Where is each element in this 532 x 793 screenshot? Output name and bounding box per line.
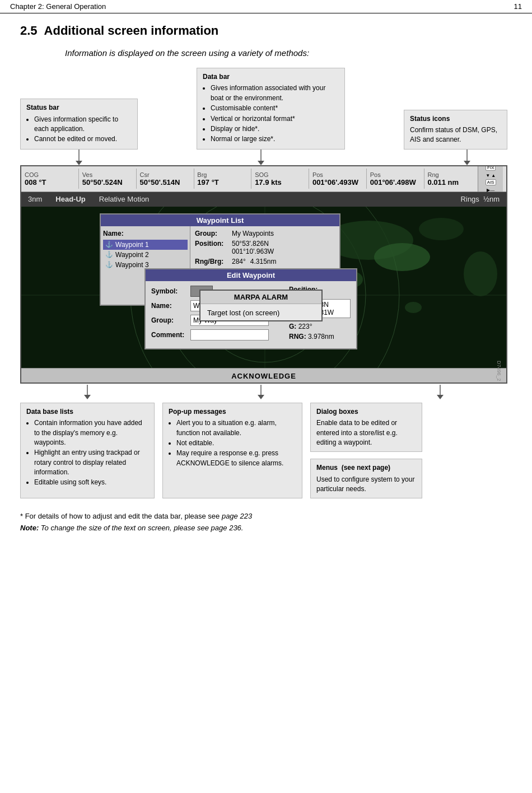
content-area: 2.5 Additional screen information Inform… [0,13,532,545]
marpa-alarm-message: Target lost (on screen) [200,304,321,320]
name-label: Name: [103,230,188,237]
watermark: D7496_2 [496,361,502,381]
ann-box-status-bar: Status bar Gives information specific to… [20,99,138,150]
anchor-icon-3: ⚓ [105,261,113,268]
svg-point-15 [419,218,464,240]
footnote-line2: Note: To change the size of the text on … [20,524,512,532]
anchor-icon-1: ⚓ [105,241,113,248]
wl-rng-val2: 4.315nm [250,258,277,265]
waypoint-list-title: Waypoint List [101,214,339,226]
edit-rng-label: RNG: [289,333,306,340]
popup-messages-title: Pop-up messages [169,407,296,417]
chapter-title: Chapter 2: General Operation [10,2,106,11]
data-bar-item-1: Gives information associated with your b… [211,83,339,103]
motion-mode: Relative Motion [99,195,150,203]
ann-box-popup-messages: Pop-up messages Alert you to a situation… [162,403,302,499]
wl-group-val: My Waypoints [232,230,274,237]
bottom-annotations: Data base lists Contain information you … [20,403,507,499]
page-header: Chapter 2: General Operation 11 [0,0,532,13]
data-bar-pos: Pos 001°06'.493W [312,171,363,186]
dialog-boxes-title: Dialog boxes [316,407,416,417]
svg-marker-5 [464,161,470,165]
menus-title: Menus (see next page) [316,463,416,473]
bottom-arrows-svg [20,384,507,400]
edit-group-label: Group: [151,316,186,324]
popup-item-2: Not editable. [176,439,296,448]
status-bar-title: Status bar [26,103,132,113]
wl-group-label: Group: [195,230,228,237]
range-display: 3nm [28,195,42,203]
page: Chapter 2: General Operation 11 2.5 Addi… [0,0,532,793]
edit-waypoint-title: Edit Waypoint [146,269,356,281]
edit-comment-label: Comment: [151,331,186,339]
data-bar-sog: SOG 17.9 kts [255,171,305,186]
data-bar-rng: Rng 0.011 nm [427,171,478,186]
acknowledge-label: ACKNOWLEDGE [231,372,296,380]
ais-icon: AIS [486,179,496,185]
screen-frame: COG 008 °T Ves 50°50'.524N Csr 50°50'.51… [20,165,507,384]
wl-pos-val1: 50°53'.826N [232,240,274,248]
data-bar-item-3: Vertical or horizontal format* [211,114,339,124]
waypoint-item-1[interactable]: ⚓ Waypoint 1 [103,240,188,250]
radar-display: Waypoint List Name: ⚓ Waypoint 1 ⚓ [21,207,506,384]
ann-box-menus: Menus (see next page) Used to configure … [310,459,422,498]
rings-display: Rings ½nm [461,195,500,203]
ann-box-data-bar: Data bar Gives information associated wi… [197,68,345,150]
svg-point-18 [405,302,422,313]
edit-g-val: 223° [298,323,312,330]
svg-marker-21 [84,395,91,399]
edit-symbol-label: Symbol: [151,287,186,295]
svg-marker-3 [258,161,264,165]
wl-rng-label: Rng/Brg: [195,258,228,265]
menus-text: Used to configure system to your particu… [316,475,416,495]
database-item-1: Contain information you have added to th… [34,418,148,447]
heading-mode: Head-Up [55,195,85,203]
dialog-boxes-text: Enable data to be edited or entered into… [316,418,416,447]
status-icons-title: Status icons [410,114,501,124]
acknowledge-bar[interactable]: ACKNOWLEDGE [21,368,506,384]
status-icons-text: Confirm status of DSM, GPS, AIS and scan… [410,125,501,145]
screen-mode-bar: 3nm Head-Up Relative Motion Rings ½nm [21,192,506,207]
anchor-icon-2: ⚓ [105,251,113,258]
svg-marker-1 [76,161,82,165]
svg-marker-25 [437,395,444,399]
marpa-alarm-title: MARPA ALARM [200,291,321,304]
data-bar-title: Data bar [203,72,339,82]
popup-item-1: Alert you to a situation e.g. alarm, fun… [176,418,296,438]
ann-box-dialog-boxes: Dialog boxes Enable data to be edited or… [310,403,422,453]
data-bar-csr: Csr 50°50'.514N [140,171,190,186]
data-bar-pos2: Pos 001°06'.498W [370,171,421,186]
marpa-alarm-popup: MARPA ALARM Target lost (on screen) [199,290,323,321]
waypoint-item-2[interactable]: ⚓ Waypoint 2 [103,250,188,260]
section-title: Additional screen information [44,24,219,38]
edit-rng-val: 3.978nm [308,333,334,340]
ann-box-database-lists: Data base lists Contain information you … [20,403,155,499]
section-number: 2.5 [20,24,38,38]
data-bar-item-2: Customisable content* [211,104,339,113]
svg-point-14 [374,243,430,271]
database-item-3: Editable using soft keys. [34,478,148,487]
footnote-line1: * For details of how to adjust and edit … [20,512,512,520]
footnote: * For details of how to adjust and edit … [20,512,512,532]
diagram-area: Status bar Gives information specific to… [20,68,507,498]
section-subtitle: Information is displayed on the screen u… [65,48,512,58]
status-bar-item-2: Cannot be edited or moved. [34,134,132,144]
edit-name-label: Name: [151,302,186,310]
wl-pos-label: Position: [195,240,228,255]
wl-rng-val1: 284° [232,258,246,265]
edit-comment-input[interactable] [190,329,269,340]
svg-point-16 [464,251,497,296]
screen-status-icons: FIX ▼ ▲ AIS ▶— [478,166,503,192]
database-item-2: Highlight an entry using trackpad or rot… [34,448,148,477]
data-bar-ves: Ves 50°50'.524N [82,171,133,186]
fix-icon: FIX [486,165,496,171]
data-bar-brg: Brg 197 °T [197,171,248,186]
popup-item-3: May require a response e.g. press ACKNOW… [176,449,296,468]
screen-data-bar: COG 008 °T Ves 50°50'.524N Csr 50°50'.51… [21,166,506,192]
page-number: 11 [514,2,522,11]
right-col-annotation-boxes: Dialog boxes Enable data to be edited or… [310,403,422,499]
top-arrows-svg [20,150,507,165]
status-bar-item-1: Gives information specific to each appli… [34,115,132,134]
edit-g-label: G: [289,323,296,330]
svg-marker-23 [258,395,264,399]
